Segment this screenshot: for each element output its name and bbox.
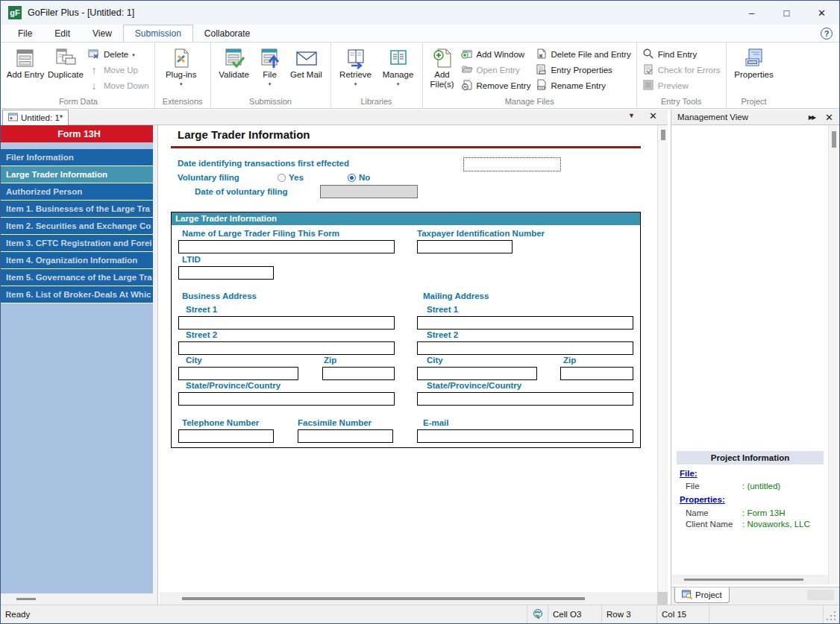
management-vertical-scrollbar[interactable]	[828, 125, 839, 584]
menu-file[interactable]: File	[7, 25, 43, 42]
sidebar-item-item6[interactable]: Item 6. List of Broker-Deals At Whic	[1, 286, 157, 303]
project-tab[interactable]: Project	[674, 587, 730, 603]
preview-button[interactable]: Preview	[640, 78, 723, 93]
sidebar-item-authorized-person[interactable]: Authorized Person	[1, 183, 157, 201]
delete-button[interactable]: Delete ▾	[86, 46, 151, 62]
voluntary-no-label[interactable]: No	[359, 173, 370, 182]
telephone-input[interactable]	[178, 429, 274, 443]
duplicate-button[interactable]: Duplicate	[46, 42, 86, 80]
business-street1-input[interactable]	[178, 316, 395, 330]
doc-pane-collapse-icon[interactable]: ▼	[628, 112, 635, 119]
business-city-input[interactable]	[178, 367, 298, 380]
close-button[interactable]: ✕	[804, 1, 839, 25]
delete-file-entry-icon	[535, 48, 547, 61]
get-mail-button[interactable]: Get Mail	[286, 42, 327, 80]
sidebar-item-filer-information[interactable]: Filer Information	[1, 149, 157, 166]
management-dock-icon[interactable]: ▶▶	[809, 114, 825, 121]
mailing-street1-input[interactable]	[417, 316, 633, 330]
email-input[interactable]	[417, 429, 633, 443]
add-files-button[interactable]: Add File(s)	[426, 42, 459, 89]
properties-button[interactable]: Properties	[730, 42, 779, 80]
management-hscroll-thumb[interactable]	[684, 579, 803, 581]
resize-grip-icon[interactable]	[825, 610, 837, 622]
validate-button[interactable]: Validate	[214, 42, 254, 80]
menu-view[interactable]: View	[81, 25, 123, 42]
find-entry-button[interactable]: Find Entry	[640, 46, 723, 62]
plugins-button[interactable]: Plug-ins ▾	[158, 42, 204, 86]
tin-input[interactable]	[417, 240, 513, 253]
plugins-dropdown-icon[interactable]: ▾	[180, 81, 183, 86]
move-down-button[interactable]: ↓ Move Down	[86, 78, 151, 93]
sidebar-item-item4[interactable]: Item 4. Organization Information	[1, 252, 157, 269]
date-identifying-input[interactable]	[463, 157, 561, 171]
sidebar-item-item5[interactable]: Item 5. Governance of the Large Tra	[1, 269, 157, 286]
mailing-city-input[interactable]	[417, 367, 537, 380]
document-vscroll-thumb[interactable]	[661, 130, 665, 140]
entry-properties-button[interactable]: Entry Properties	[533, 62, 633, 78]
sidebar-form-header: Form 13H	[1, 125, 157, 142]
sidebar-item-item1[interactable]: Item 1. Businesses of the Large Tra	[1, 201, 157, 218]
group-libraries: Retrieve ▾ Manage ▾ Libraries	[330, 42, 422, 108]
group-manage-files: Add File(s) Add Window Open Entry	[422, 42, 636, 108]
check-errors-button[interactable]: Check for Errors	[640, 62, 723, 78]
trader-name-input[interactable]	[178, 240, 395, 253]
management-view-panel: Project Information File: File : (untitl…	[671, 125, 840, 605]
minimize-button[interactable]: –	[734, 1, 769, 25]
mailing-state-input[interactable]	[417, 392, 633, 406]
mailing-street2-input[interactable]	[417, 341, 633, 355]
sidebar-horizontal-scrollbar[interactable]	[1, 593, 154, 605]
retrieve-button[interactable]: Retrieve ▾	[334, 42, 377, 86]
sidebar-item-item2[interactable]: Item 2. Securities and Exchange Co	[1, 218, 157, 235]
form-data-small-buttons: Delete ▾ ↑ Move Up ↓ Move Down	[86, 42, 151, 93]
app-window: gF GoFiler Plus - [Untitled: 1] – □ ✕ Fi…	[0, 0, 840, 624]
business-street2-input[interactable]	[178, 341, 395, 355]
voluntary-no-radio[interactable]	[348, 174, 356, 182]
document-hscroll-thumb[interactable]	[182, 597, 585, 600]
sidebar-scroll-thumb[interactable]	[16, 598, 36, 600]
validate-icon	[223, 45, 245, 70]
voluntary-yes-radio[interactable]	[278, 174, 286, 182]
file-link[interactable]: File:	[680, 469, 698, 478]
delete-file-entry-button[interactable]: Delete File and Entry	[533, 46, 633, 62]
voluntary-yes-label[interactable]: Yes	[289, 173, 304, 182]
menu-submission[interactable]: Submission	[123, 25, 193, 42]
sidebar-item-item3[interactable]: Item 3. CFTC Registration and Forei	[1, 235, 157, 252]
properties-link[interactable]: Properties:	[680, 495, 725, 504]
maximize-button[interactable]: □	[769, 1, 804, 25]
file-button[interactable]: File ▾	[254, 42, 286, 86]
add-entry-button[interactable]: Add Entry	[5, 42, 46, 80]
business-zip-input[interactable]	[322, 367, 395, 380]
help-icon[interactable]: ?	[821, 28, 833, 40]
mailing-state-label: State/Province/Country	[427, 381, 521, 390]
add-window-button[interactable]: Add Window	[459, 46, 533, 62]
document-vertical-scrollbar[interactable]	[657, 125, 668, 592]
document-scroll-corner	[657, 592, 668, 605]
sidebar-item-large-trader-information[interactable]: Large Trader Information	[1, 166, 157, 183]
facsimile-input[interactable]	[298, 429, 393, 443]
menu-edit[interactable]: Edit	[43, 25, 81, 42]
menu-collaborate[interactable]: Collaborate	[193, 25, 261, 42]
ltid-input[interactable]	[178, 266, 274, 280]
open-entry-button[interactable]: Open Entry	[459, 62, 533, 78]
document-tab[interactable]: Untitled: 1*	[2, 110, 69, 125]
management-close-icon[interactable]: ✕	[825, 112, 840, 123]
remove-entry-button[interactable]: Remove Entry	[459, 78, 533, 93]
management-vscroll-thumb[interactable]	[832, 131, 836, 148]
business-state-input[interactable]	[178, 392, 395, 406]
mailing-city-label: City	[427, 356, 443, 365]
group-label-entry-tools: Entry Tools	[640, 97, 723, 108]
manage-dropdown-icon[interactable]: ▾	[397, 81, 400, 86]
mailing-zip-input[interactable]	[560, 367, 633, 380]
management-horizontal-scrollbar[interactable]	[671, 575, 828, 584]
delete-dropdown-icon[interactable]: ▾	[132, 52, 135, 57]
business-city-label: City	[186, 356, 202, 365]
rename-entry-button[interactable]: Rename Entry	[533, 78, 633, 93]
file-dropdown-icon[interactable]: ▾	[269, 81, 272, 86]
manage-button[interactable]: Manage ▾	[377, 42, 419, 86]
retrieve-dropdown-icon[interactable]: ▾	[354, 81, 357, 86]
move-up-button[interactable]: ↑ Move Up	[86, 62, 151, 78]
doc-pane-close-icon[interactable]: ✕	[649, 110, 657, 122]
status-ready: Ready	[1, 605, 527, 623]
sidebar-vertical-scrollbar[interactable]	[153, 125, 157, 605]
document-horizontal-scrollbar[interactable]	[160, 592, 657, 605]
